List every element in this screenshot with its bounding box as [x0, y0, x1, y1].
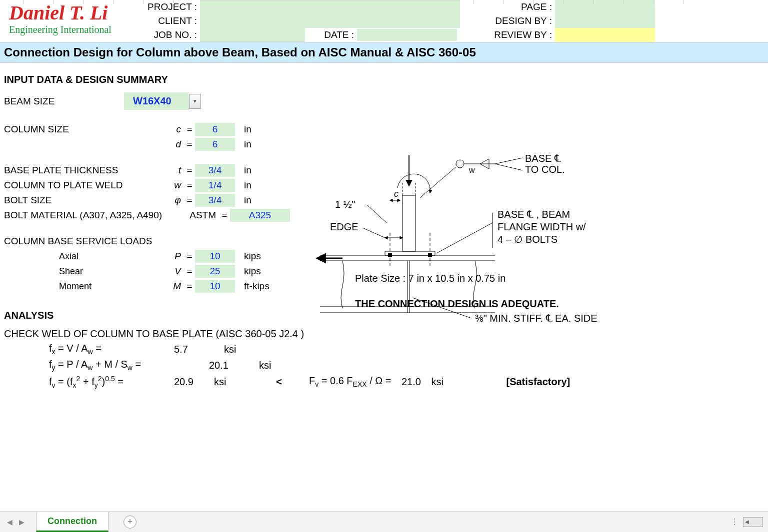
svg-rect-13 — [428, 253, 432, 257]
fy-value: 20.1 — [204, 360, 259, 371]
svg-line-22 — [420, 167, 456, 198]
bolt-material-label: BOLT MATERIAL (A307, A325, A490) — [4, 210, 184, 221]
P-symbol: P — [174, 251, 181, 261]
c-symbol: c — [176, 124, 182, 134]
w-value[interactable]: 1/4 — [195, 179, 235, 192]
svg-line-15 — [368, 205, 386, 223]
phi-unit: in — [235, 195, 270, 206]
beam-size-value[interactable]: W16X40 — [124, 92, 189, 110]
c-unit: in — [235, 124, 270, 135]
P-unit: kips — [235, 251, 270, 262]
diagram-w-label: w — [468, 166, 475, 174]
fv-unit: ksi — [214, 376, 249, 388]
company-subtitle: Engineering International — [9, 24, 131, 35]
phi-value[interactable]: 3/4 — [195, 194, 235, 207]
M-value[interactable]: 10 — [195, 280, 235, 293]
astm-value[interactable]: A325 — [230, 209, 290, 222]
lt-symbol: < — [249, 376, 309, 388]
shear-label: Shear — [4, 266, 124, 277]
t-unit: in — [235, 165, 270, 176]
bolt-size-label: BOLT SIZE — [4, 195, 124, 206]
base-plate-label: BASE PLATE THICKNESS — [4, 165, 124, 176]
V-value[interactable]: 25 — [195, 265, 235, 278]
V-symbol: V — [174, 266, 181, 276]
svg-line-25 — [436, 223, 492, 253]
designby-input[interactable] — [555, 14, 655, 28]
svg-rect-12 — [388, 253, 392, 257]
reviewby-input[interactable] — [555, 28, 655, 42]
fy-row: fy = P / Aw + M / Sw = 20.1 ksi — [4, 359, 764, 372]
sheet-nav-prev[interactable]: ◀ — [4, 517, 15, 528]
diagram-stiff-label: ⅜" MIN. STIFF. ℄ EA. SIDE — [475, 313, 598, 324]
weld-label: COLUMN TO PLATE WELD — [4, 180, 159, 191]
diagram-base-to-col-2: TO COL. — [525, 164, 565, 175]
M-symbol: M — [173, 281, 181, 291]
axial-label: Axial — [4, 251, 124, 262]
svg-line-23 — [495, 158, 522, 164]
input-section-heading: INPUT DATA & DESIGN SUMMARY — [4, 74, 764, 85]
client-label: CLIENT : — [140, 14, 197, 28]
reviewby-label: REVIEW BY : — [460, 28, 552, 42]
t-value[interactable]: 3/4 — [195, 164, 235, 177]
svg-rect-9 — [385, 251, 435, 255]
M-unit: ft-kips — [235, 281, 270, 292]
sheet-nav-next[interactable]: ▶ — [16, 517, 27, 528]
adequacy-result: THE CONNECTION DESIGN IS ADEQUATE. — [355, 298, 559, 310]
d-unit: in — [235, 139, 270, 150]
company-name: Daniel T. Li — [9, 3, 131, 23]
fv-row: fv = (fx2 + fy2)0.5 = 20.9 ksi < Fv = 0.… — [4, 375, 764, 389]
beam-size-label: BEAM SIZE — [4, 96, 124, 107]
sheet-options-icon[interactable]: ⋮ — [730, 517, 739, 527]
diagram-edge-label: EDGE — [330, 221, 358, 232]
svg-rect-6 — [402, 195, 416, 251]
svg-line-24 — [495, 164, 522, 170]
Fv-value: 21.0 — [391, 376, 431, 388]
beam-size-dropdown[interactable]: ▾ — [189, 94, 201, 109]
fx-value: 5.7 — [169, 344, 224, 355]
fv-value: 20.9 — [169, 376, 214, 388]
w-symbol: w — [174, 180, 181, 190]
designby-label: DESIGN BY : — [460, 14, 552, 28]
diagram-dim-label: 1 ½" — [335, 199, 355, 210]
moment-label: Moment — [4, 281, 124, 292]
diagram-c-label: c — [394, 189, 398, 199]
diagram-base-to-col-1: BASE ℄ — [525, 153, 561, 164]
c-value[interactable]: 6 — [195, 123, 235, 136]
date-input[interactable] — [357, 29, 457, 41]
t-symbol: t — [178, 165, 181, 175]
date-label: DATE : — [324, 29, 354, 40]
svg-point-20 — [456, 160, 464, 168]
service-loads-label: COLUMN BASE SERVICE LOADS — [4, 236, 174, 247]
P-value[interactable]: 10 — [195, 250, 235, 263]
fy-unit: ksi — [259, 360, 294, 371]
svg-line-16 — [362, 228, 385, 238]
jobno-label: JOB NO. : — [140, 28, 197, 42]
Fv-unit: ksi — [431, 376, 466, 388]
phi-symbol: φ — [175, 195, 181, 205]
sheet-footer: ◀ ▶ Connection + ⋮ — [0, 511, 768, 532]
d-value[interactable]: 6 — [195, 138, 235, 151]
diagram-base-beam-1: BASE ℄ , BEAM — [498, 209, 570, 220]
plate-size-result: Plate Size : 7 in x 10.5 in x 0.75 in — [355, 273, 559, 284]
horizontal-scroll[interactable] — [743, 517, 763, 527]
V-unit: kips — [235, 266, 270, 277]
fx-row: fx = V / Aw = 5.7 ksi — [4, 343, 764, 356]
astm-symbol: ASTM — [190, 210, 216, 220]
diagram-base-beam-3: 4 – ∅ BOLTS — [498, 234, 558, 245]
satisfactory-label: [Satisfactory] — [506, 376, 570, 388]
sheet-title: Connection Design for Column above Beam,… — [0, 42, 768, 63]
w-unit: in — [235, 180, 270, 191]
add-sheet-button[interactable]: + — [124, 516, 136, 529]
sheet-tab-connection[interactable]: Connection — [36, 512, 108, 532]
fx-unit: ksi — [224, 344, 259, 355]
diagram-base-beam-2: FLANGE WIDTH w/ — [498, 221, 586, 232]
d-symbol: d — [176, 139, 181, 149]
column-size-label: COLUMN SIZE — [4, 124, 124, 135]
